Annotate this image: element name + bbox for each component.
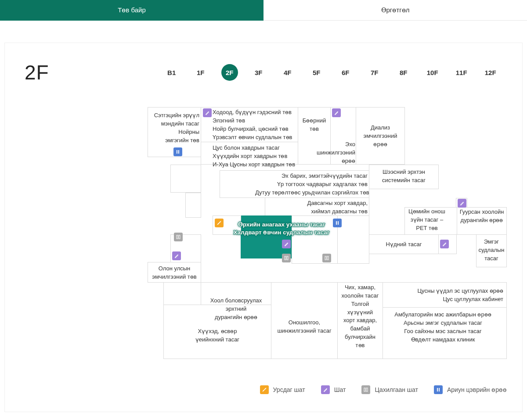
floor-map: Сэтгэцийн эрүүлмэндийн тасагНойрныэмгэги…	[148, 105, 508, 373]
svg-rect-6	[177, 235, 178, 239]
elevator-icon	[361, 385, 370, 394]
label-broncho: Гуурсан хоолойндурангийн өрөө	[457, 208, 507, 225]
restroom-icon	[173, 147, 182, 156]
floor-btn-12f[interactable]: 12F	[482, 64, 499, 81]
label-bladder: Давсагны хорт хавдар,хиймэл давсагны төв	[275, 199, 368, 216]
svg-rect-10	[325, 256, 326, 260]
label-outpatient: Амбулаторийн мэс ажилбарын өрөөАрьсны эм…	[383, 311, 503, 344]
label-infection: Халдварт өвчин судлалын тасаг	[224, 228, 339, 237]
elevator-icon	[322, 254, 331, 262]
label-diag: Оношилгоо,шинжилгээний тасаг	[271, 319, 338, 335]
room-block-b	[185, 193, 201, 218]
stairs-icon	[172, 251, 181, 260]
restroom-icon	[434, 385, 443, 394]
legend: Урсдаг шат Шат Цахилгаан шат Ариун цэври…	[25, 385, 507, 394]
stairs-icon	[332, 108, 341, 117]
label-echo: Эхошинжилгээнийөрөө	[312, 140, 355, 165]
svg-point-4	[218, 223, 219, 224]
floor-btn-6f[interactable]: 6F	[337, 64, 354, 81]
svg-rect-16	[437, 388, 438, 391]
room-block-c3	[337, 215, 369, 264]
label-stemcell: Цусны үүдэл эс цуглуулах өрөөЦус цуглуул…	[383, 287, 503, 304]
legend-restroom-label: Ариун цэврийн өрөө	[447, 386, 507, 393]
label-family: Өрхийн анагаах ухааны тасаг	[224, 220, 339, 229]
floor-btn-10f[interactable]: 10F	[424, 64, 441, 81]
floor-btn-7f[interactable]: 7F	[366, 64, 383, 81]
label-patho: Эмгэгсудлалынтасаг	[476, 238, 507, 263]
svg-point-13	[265, 388, 266, 389]
svg-rect-2	[336, 221, 337, 225]
floor-btn-b1[interactable]: B1	[163, 64, 180, 81]
label-gi-endo: Хоол боловсруулахэрхтнийдурангийн өрөө	[201, 297, 271, 322]
svg-point-12	[263, 390, 264, 391]
tab-main-building[interactable]: Төв байр	[0, 0, 264, 21]
label-pet: Цөмийн оношзүйн тасаг –PET төв	[401, 208, 453, 233]
room-block-a	[170, 165, 201, 193]
label-dialysis: Диализэмчилгээнийөрөө	[356, 124, 405, 149]
svg-rect-11	[327, 256, 328, 260]
legend-escalator: Урсдаг шат	[260, 385, 305, 394]
legend-elevator-label: Цахилгаан шат	[375, 386, 418, 393]
legend-elevator: Цахилгаан шат	[361, 385, 418, 394]
legend-restroom: Ариун цэврийн өрөө	[434, 385, 507, 394]
elevator-icon	[282, 254, 291, 262]
floor-nav: B1 1F 2F 3F 4F 5F 6F 7F 8F 10F 11F 12F	[163, 64, 499, 81]
floor-panel: 2F B1 1F 2F 3F 4F 5F 6F 7F 8F 10F 11F 12…	[4, 43, 523, 412]
legend-stairs-label: Шат	[334, 386, 346, 393]
svg-rect-17	[439, 388, 440, 391]
label-gi: Ходоод, бүдүүн гэдэсний төвЭлэгний төвНо…	[213, 108, 292, 141]
escalator-icon	[215, 219, 224, 227]
room-block-e	[163, 282, 201, 305]
building-tabs: Төв байр Өргөтгөл	[0, 0, 527, 21]
escalator-icon	[260, 385, 269, 394]
svg-rect-1	[178, 150, 179, 154]
floor-btn-2f[interactable]: 2F	[221, 64, 238, 81]
label-obgyn: Эх барих, эмэгтэйчүүдийн тасагҮр тогтоох…	[255, 172, 368, 197]
label-urology: Шээсний эрхтэнсистемийн тасаг	[369, 168, 439, 185]
legend-stairs: Шат	[321, 385, 346, 394]
stairs-icon	[458, 199, 466, 208]
floor-btn-5f[interactable]: 5F	[308, 64, 325, 81]
restroom-icon	[333, 219, 342, 227]
tab-extension[interactable]: Өргөтгөл	[264, 0, 527, 21]
svg-rect-9	[287, 256, 288, 260]
floor-title: 2F	[25, 61, 49, 84]
label-mental: Сэтгэцийн эрүүлмэндийн тасагНойрныэмгэги…	[135, 111, 199, 144]
floor-btn-8f[interactable]: 8F	[395, 64, 412, 81]
label-blood: Цус болон хавдрын тасагХүүхдийн хорт хав…	[213, 144, 295, 169]
legend-escalator-label: Урсдаг шат	[273, 386, 305, 393]
svg-rect-14	[364, 388, 365, 391]
stairs-icon	[321, 385, 330, 394]
label-pediatric: Хүүхэд, өсвөрүеийнхний тасаг	[163, 327, 271, 344]
floor-btn-11f[interactable]: 11F	[453, 64, 470, 81]
label-eye: Нүдний тасаг	[369, 241, 439, 249]
floor-btn-4f[interactable]: 4F	[279, 64, 296, 81]
svg-point-5	[220, 222, 220, 223]
svg-rect-3	[338, 221, 339, 225]
svg-rect-7	[179, 235, 180, 239]
svg-rect-8	[285, 256, 286, 260]
elevator-icon	[174, 233, 183, 241]
label-ent: Чих, хамар,хоолойн тасагТолгойхүзүүнийхо…	[337, 284, 383, 350]
floor-btn-1f[interactable]: 1F	[192, 64, 209, 81]
label-kidney: Бөөрнийтөв	[298, 117, 331, 133]
stairs-icon	[282, 240, 291, 248]
svg-rect-0	[177, 150, 177, 154]
stairs-icon	[203, 108, 212, 117]
svg-rect-15	[366, 388, 368, 391]
floor-btn-3f[interactable]: 3F	[250, 64, 267, 81]
label-intl: Олон улсынэмчилгээний төв	[148, 265, 201, 281]
stairs-icon	[440, 240, 449, 248]
